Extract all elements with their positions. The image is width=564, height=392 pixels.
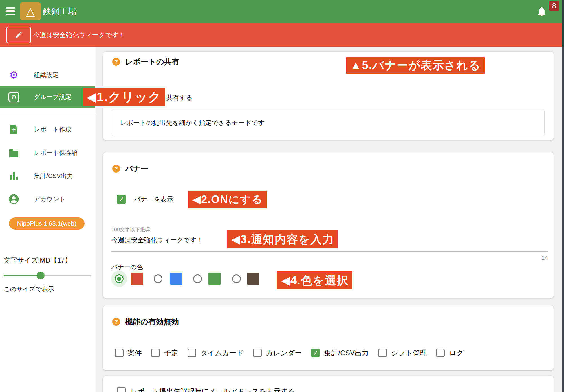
- checkbox-empty-icon[interactable]: [151, 349, 160, 357]
- report-share-card: ? レポートの共有 共有する レポートの提出先を細かく指定できるモードです: [103, 52, 554, 140]
- notification-banner: 今週は安全強化ウィークです！: [0, 23, 564, 47]
- app-header: △ 鉄鋼工場 8: [0, 0, 564, 23]
- font-size-label: 文字サイズ:MD【17】: [4, 256, 71, 265]
- color-swatch-brown: [247, 273, 259, 285]
- show-banner-checkbox[interactable]: ✓ バナーを表示: [117, 195, 173, 204]
- color-radio-brown[interactable]: [232, 274, 241, 283]
- share-description: レポートの提出先を細かく指定できるモードです: [120, 118, 265, 127]
- checkbox-checked-icon[interactable]: ✓: [117, 195, 126, 204]
- sidebar-divider: [0, 113, 95, 113]
- features-card: ? 機能の有効無効 案件 予定 タイムカード カレンダー ✓ 集計/CSV: [103, 305, 554, 370]
- sidebar-item-create-report[interactable]: レポート作成: [0, 118, 95, 140]
- sidebar: ⚙ 組織設定 ⚙ グループ設定 レポート作成 レポート保存箱 集計/CSV出力 …: [0, 47, 95, 392]
- checkbox-empty-icon[interactable]: [378, 349, 387, 357]
- color-swatch-green: [208, 273, 221, 285]
- help-icon[interactable]: ?: [112, 318, 120, 326]
- banner-color-label: バナーの色: [111, 263, 143, 271]
- checkbox-empty-icon[interactable]: [115, 349, 124, 357]
- feature-checkbox-anken[interactable]: 案件: [115, 348, 142, 358]
- file-plus-icon: [8, 118, 19, 140]
- notification-count-badge: 8: [549, 1, 559, 11]
- share-toggle-label[interactable]: 共有する: [166, 93, 193, 102]
- gear-icon: ⚙: [8, 64, 19, 86]
- checkbox-empty-icon[interactable]: [188, 349, 196, 357]
- bottom-card: レポート提出先選択時にメールアドレスを表示する: [103, 376, 554, 392]
- color-swatch-red: [131, 273, 143, 285]
- annotation-step3: ◀3.通知内容を入力: [227, 230, 338, 248]
- sidebar-item-account[interactable]: アカウント: [0, 188, 95, 210]
- edit-banner-button[interactable]: [6, 27, 31, 43]
- sidebar-item-organization-settings[interactable]: ⚙ 組織設定: [0, 64, 95, 86]
- hamburger-menu-icon[interactable]: [6, 7, 15, 15]
- person-icon: [8, 188, 19, 210]
- email-display-checkbox[interactable]: レポート提出先選択時にメールアドレスを表示する: [117, 387, 295, 392]
- window-edge: [562, 0, 564, 392]
- annotation-step1: ◀1.クリック: [83, 88, 165, 106]
- annotation-step5: ▲5.バナーが表示される: [346, 57, 485, 74]
- banner-text-input-underline[interactable]: [111, 251, 548, 252]
- color-radio-blue[interactable]: [154, 274, 162, 283]
- help-icon[interactable]: ?: [112, 58, 120, 66]
- font-size-note: このサイズで表示: [4, 285, 54, 293]
- bell-icon[interactable]: [537, 6, 547, 17]
- checkbox-empty-icon[interactable]: [436, 349, 445, 357]
- bar-chart-icon: [8, 165, 19, 187]
- share-description-box: レポートの提出先を細かく指定できるモードです: [112, 109, 545, 136]
- section-title-features: 機能の有効無効: [125, 317, 179, 327]
- char-count: 14: [523, 254, 548, 261]
- slider-thumb[interactable]: [37, 272, 45, 279]
- help-icon[interactable]: ?: [112, 165, 120, 173]
- app-window: △ 鉄鋼工場 8 今週は安全強化ウィークです！ ⚙ 組織設定 ⚙ グループ設定 …: [0, 0, 564, 392]
- page-title: 鉄鋼工場: [43, 0, 77, 23]
- annotation-step2: ◀2.ONにする: [188, 191, 267, 208]
- banner-text-input[interactable]: 今週は安全強化ウィークです！: [111, 236, 203, 245]
- color-radio-green[interactable]: [193, 274, 202, 283]
- checkbox-empty-icon[interactable]: [117, 387, 126, 392]
- version-button[interactable]: NipoPlus 1.63.1(web): [9, 217, 85, 230]
- sidebar-item-group-settings[interactable]: ⚙ グループ設定: [0, 86, 95, 108]
- checkbox-empty-icon[interactable]: [253, 349, 262, 357]
- banner-text-hint: 100文字以下推奨: [111, 226, 150, 233]
- feature-checkbox-log[interactable]: ログ: [436, 348, 463, 358]
- annotation-step4: ◀4.色を選択: [277, 271, 352, 289]
- feature-checkbox-timecard[interactable]: タイムカード: [188, 348, 244, 358]
- feature-checkbox-row: 案件 予定 タイムカード カレンダー ✓ 集計/CSV出力 シフト管理: [115, 348, 473, 358]
- font-size-slider[interactable]: [4, 271, 91, 280]
- feature-checkbox-yotei[interactable]: 予定: [151, 348, 178, 358]
- color-swatch-blue: [170, 273, 182, 285]
- section-title-banner: バナー: [125, 164, 148, 174]
- checkbox-checked-icon[interactable]: ✓: [311, 349, 320, 357]
- feature-checkbox-csv[interactable]: ✓ 集計/CSV出力: [311, 348, 369, 358]
- folder-icon: [8, 142, 19, 164]
- sidebar-item-report-storage[interactable]: レポート保存箱: [0, 142, 95, 164]
- banner-message: 今週は安全強化ウィークです！: [33, 31, 125, 39]
- feature-checkbox-calendar[interactable]: カレンダー: [253, 348, 302, 358]
- sidebar-item-csv-export[interactable]: 集計/CSV出力: [0, 165, 95, 187]
- section-title-report-share: レポートの共有: [125, 57, 179, 67]
- gear-square-icon: ⚙: [8, 86, 19, 108]
- color-radio-red[interactable]: [115, 274, 124, 283]
- feature-checkbox-shift[interactable]: シフト管理: [378, 348, 427, 358]
- triangle-logo[interactable]: △: [20, 2, 41, 20]
